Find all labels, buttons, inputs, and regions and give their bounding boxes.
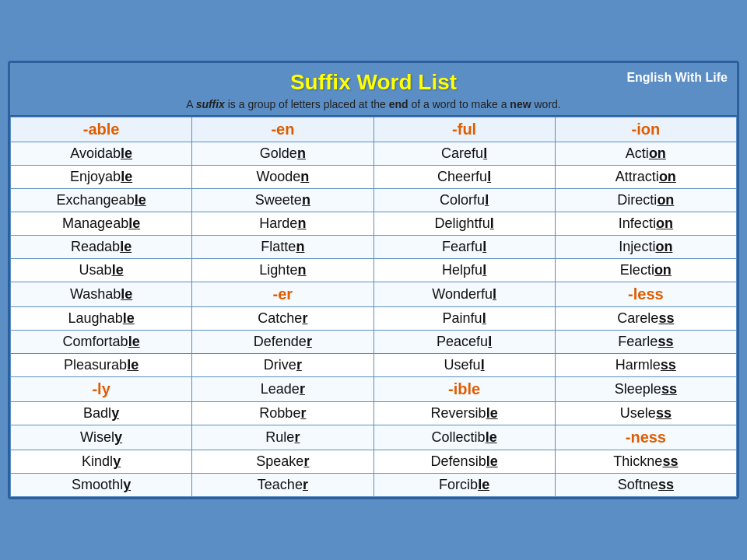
- cell: Forcible: [374, 474, 555, 497]
- cell: Infection: [555, 212, 736, 236]
- table-row: Wisely Ruler Collectible -ness: [11, 425, 737, 450]
- cell: Lighten: [192, 259, 374, 282]
- table-row: Usable Lighten Helpful Election: [11, 259, 737, 282]
- table-row: Badly Robber Reversible Useless: [11, 402, 737, 425]
- cell: Ruler: [192, 425, 374, 450]
- brand-label: English With Life: [626, 71, 728, 85]
- cell: Wooden: [192, 166, 374, 189]
- subtitle: A suffix is a group of letters placed at…: [19, 98, 728, 110]
- table-row: Kindly Speaker Defensible Thickness: [11, 450, 737, 474]
- table-header-row: -able -en -ful -ion: [11, 117, 737, 142]
- cell: Softness: [555, 474, 736, 497]
- col-header-less: -less: [555, 282, 736, 307]
- cell: Sweeten: [192, 189, 374, 212]
- cell: Smoothly: [11, 474, 192, 497]
- cell: Readable: [11, 236, 192, 259]
- cell: Wisely: [11, 425, 192, 450]
- main-container: Suffix Word List A suffix is a group of …: [8, 61, 739, 500]
- cell: Washable: [11, 282, 192, 307]
- cell: Direction: [555, 189, 736, 212]
- cell: Comfortable: [11, 331, 192, 354]
- col-header-ion: -ion: [555, 117, 736, 142]
- cell: Painful: [374, 307, 555, 331]
- col-header-ly: -ly: [11, 377, 192, 402]
- cell: Harmless: [555, 354, 736, 377]
- cell: Peaceful: [374, 331, 555, 354]
- col-header-able: -able: [11, 117, 192, 142]
- page-title: Suffix Word List: [19, 69, 728, 96]
- table-row: -ly Leader -ible Sleepless: [11, 377, 737, 402]
- cell: Wonderful: [374, 282, 555, 307]
- cell: Injection: [555, 236, 736, 259]
- cell: Usable: [11, 259, 192, 282]
- table-row: Laughable Catcher Painful Careless: [11, 307, 737, 331]
- cell: Enjoyable: [11, 166, 192, 189]
- cell: Defender: [192, 331, 374, 354]
- cell: Delightful: [374, 212, 555, 236]
- cell: Avoidable: [11, 142, 192, 166]
- cell: Harden: [192, 212, 374, 236]
- suffix-table: -able -en -ful -ion Avoidable Golden Car…: [10, 117, 737, 497]
- cell: Useful: [374, 354, 555, 377]
- cell: Cheerful: [374, 166, 555, 189]
- table-wrapper: -able -en -ful -ion Avoidable Golden Car…: [10, 115, 737, 497]
- cell: Fearful: [374, 236, 555, 259]
- cell: Golden: [192, 142, 374, 166]
- cell: Driver: [192, 354, 374, 377]
- cell: Laughable: [11, 307, 192, 331]
- cell: Action: [555, 142, 736, 166]
- cell: Reversible: [374, 402, 555, 425]
- cell: Leader: [192, 377, 374, 402]
- cell: Sleepless: [555, 377, 736, 402]
- table-row: Pleasurable Driver Useful Harmless: [11, 354, 737, 377]
- cell: Collectible: [374, 425, 555, 450]
- cell: Catcher: [192, 307, 374, 331]
- table-row: Manageable Harden Delightful Infection: [11, 212, 737, 236]
- cell: Careful: [374, 142, 555, 166]
- col-header-en: -en: [192, 117, 374, 142]
- table-row: Readable Flatten Fearful Injection: [11, 236, 737, 259]
- col-header-ible: -ible: [374, 377, 555, 402]
- cell: Pleasurable: [11, 354, 192, 377]
- header: Suffix Word List A suffix is a group of …: [10, 63, 737, 116]
- col-header-er: -er: [192, 282, 374, 307]
- cell: Fearless: [555, 331, 736, 354]
- cell: Teacher: [192, 474, 374, 497]
- cell: Flatten: [192, 236, 374, 259]
- table-row: Comfortable Defender Peaceful Fearless: [11, 331, 737, 354]
- cell: Manageable: [11, 212, 192, 236]
- table-row: Washable -er Wonderful -less: [11, 282, 737, 307]
- cell: Useless: [555, 402, 736, 425]
- table-row: Exchangeable Sweeten Colorful Direction: [11, 189, 737, 212]
- cell: Badly: [11, 402, 192, 425]
- cell: Defensible: [374, 450, 555, 474]
- cell: Colorful: [374, 189, 555, 212]
- table-row: Avoidable Golden Careful Action: [11, 142, 737, 166]
- cell: Exchangeable: [11, 189, 192, 212]
- cell: Thickness: [555, 450, 736, 474]
- cell: Helpful: [374, 259, 555, 282]
- cell: Robber: [192, 402, 374, 425]
- cell: Kindly: [11, 450, 192, 474]
- cell: Careless: [555, 307, 736, 331]
- cell: Election: [555, 259, 736, 282]
- col-header-ness: -ness: [555, 425, 736, 450]
- table-row: Enjoyable Wooden Cheerful Attraction: [11, 166, 737, 189]
- table-row: Smoothly Teacher Forcible Softness: [11, 474, 737, 497]
- cell: Speaker: [192, 450, 374, 474]
- col-header-ful: -ful: [374, 117, 555, 142]
- cell: Attraction: [555, 166, 736, 189]
